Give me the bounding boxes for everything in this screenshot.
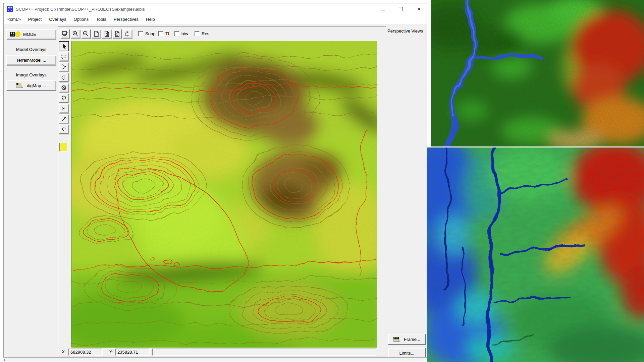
append-polygon-tool-button[interactable] xyxy=(59,62,68,71)
minimize-icon xyxy=(381,10,385,10)
cursor-arrow-icon xyxy=(60,43,67,50)
statusbar-x-label: X: xyxy=(62,349,66,354)
menu-options[interactable]: Options xyxy=(70,15,93,23)
extent-arrow-icon xyxy=(124,30,131,38)
maximize-icon xyxy=(399,7,403,11)
map-canvas[interactable] xyxy=(71,41,377,347)
title-bar: SCOP++ Project: C:\Trimble\SCOP++_PROJEC… xyxy=(4,3,427,15)
close-loop-tool-button[interactable] xyxy=(59,94,68,103)
bw-checkbox-row: b/w xyxy=(174,31,188,36)
refresh-page-icon xyxy=(113,30,121,38)
terrainmodel-label: TerrainModel ... xyxy=(16,58,46,63)
statusbar-message xyxy=(152,349,376,356)
active-color-swatch[interactable] xyxy=(59,143,67,152)
zoom-out-button[interactable] xyxy=(81,29,91,38)
close-icon: ✕ xyxy=(417,6,421,12)
res-checkbox-row: Res xyxy=(195,31,209,36)
zoom-in-icon xyxy=(72,30,79,38)
previous-extent-button[interactable] xyxy=(123,29,132,38)
delete-element-tool-button[interactable] xyxy=(59,83,68,92)
insert-vertex-tool-button[interactable] xyxy=(59,73,68,82)
frame-button[interactable]: Frame... xyxy=(388,334,426,345)
bracket-arrow-icon xyxy=(60,74,67,81)
perspective-top-art xyxy=(431,0,644,146)
delete-cross-icon xyxy=(60,84,67,92)
menu-perspectives[interactable]: Perspectives xyxy=(110,15,142,23)
tl-label: TL xyxy=(165,31,170,36)
limits-label: Limits... xyxy=(399,351,415,356)
menu-overlays[interactable]: Overlays xyxy=(45,15,70,23)
marquee-icon xyxy=(60,53,67,60)
tl-checkbox[interactable] xyxy=(158,31,163,36)
model-overlays-label: Model Overlays xyxy=(6,47,56,52)
perspective-bottom-art xyxy=(427,147,644,362)
bottom-status-field xyxy=(4,359,425,361)
menu-project[interactable]: Project xyxy=(24,15,45,23)
res-label: Res xyxy=(202,31,209,36)
terrainmodel-button[interactable]: TerrainModel ... xyxy=(6,55,56,65)
close-button[interactable]: ✕ xyxy=(411,3,427,15)
contour-map-art xyxy=(71,41,377,348)
tl-checkbox-row: TL xyxy=(158,31,170,36)
append-curve-icon xyxy=(60,63,67,71)
desktop: { "window": { "title": "SCOP++ Project: … xyxy=(0,0,644,362)
copy-view-button[interactable] xyxy=(102,29,111,38)
minimize-button[interactable] xyxy=(375,3,390,15)
digmap-button[interactable]: digMap ... xyxy=(6,80,56,90)
menu-bar: <cmL> Project Overlays Options Tools Per… xyxy=(4,15,427,24)
statusbar-y-label: Y: xyxy=(109,349,113,354)
perspective-view-top[interactable] xyxy=(431,0,644,146)
bottom-strip xyxy=(3,357,427,362)
snap-checkbox-row: Snap xyxy=(138,31,155,36)
select-tool-button[interactable] xyxy=(59,42,68,51)
limits-button[interactable]: Limits... xyxy=(388,348,426,358)
res-checkbox[interactable] xyxy=(195,31,200,36)
menu-help[interactable]: Help xyxy=(142,15,159,23)
digmap-icon xyxy=(16,83,24,88)
maximize-button[interactable] xyxy=(393,3,409,15)
menu-cml[interactable]: <cmL> xyxy=(4,15,24,23)
zoom-out-icon xyxy=(82,30,90,38)
zoom-fit-button[interactable] xyxy=(60,29,70,38)
scissors-icon: ✂ xyxy=(62,106,66,111)
undo-tool-button[interactable] xyxy=(59,125,68,134)
copy-page-icon xyxy=(103,30,110,38)
loop-plus-icon xyxy=(60,95,67,102)
new-view-button[interactable] xyxy=(92,29,101,38)
mode-label: MODE xyxy=(23,32,36,37)
mode-button[interactable]: MODE xyxy=(6,29,56,39)
zoom-in-button[interactable] xyxy=(71,29,80,38)
bw-label: b/w xyxy=(181,31,188,36)
app-icon[interactable] xyxy=(7,6,13,12)
frame-label: Frame... xyxy=(404,337,420,342)
snap-label: Snap xyxy=(145,31,155,36)
menu-tools[interactable]: Tools xyxy=(92,15,110,23)
snap-checkbox[interactable] xyxy=(138,31,143,36)
map-panel: Snap TL b/w Res xyxy=(58,26,386,357)
window-content: MODE Model Overlays TerrainModel ... Ima… xyxy=(4,24,427,358)
select-region-tool-button[interactable] xyxy=(59,52,68,61)
refresh-view-button[interactable] xyxy=(112,29,122,38)
undo-arrow-icon xyxy=(60,126,67,133)
statusbar-x-value: 682908.32 xyxy=(68,349,103,356)
zoom-fit-icon xyxy=(61,30,69,38)
diagonal-arrow-icon xyxy=(60,115,67,123)
bw-checkbox[interactable] xyxy=(174,31,179,36)
statusbar-y-value: 235828.71 xyxy=(115,349,150,356)
measure-line-tool-button[interactable] xyxy=(59,114,68,123)
cut-tool-button[interactable]: ✂ xyxy=(59,104,68,113)
digmap-label: digMap ... xyxy=(27,83,46,88)
image-overlays-label: Image Overlays xyxy=(6,72,56,77)
perspective-views-title: Perspective Views xyxy=(387,28,427,34)
perspective-view-bottom[interactable] xyxy=(427,147,644,362)
window-title: SCOP++ Project: C:\Trimble\SCOP++_PROJEC… xyxy=(16,7,372,12)
mode-icon xyxy=(10,32,21,37)
new-page-icon xyxy=(93,30,100,38)
frame-icon xyxy=(393,337,401,342)
scop-window: SCOP++ Project: C:\Trimble\SCOP++_PROJEC… xyxy=(3,3,427,357)
